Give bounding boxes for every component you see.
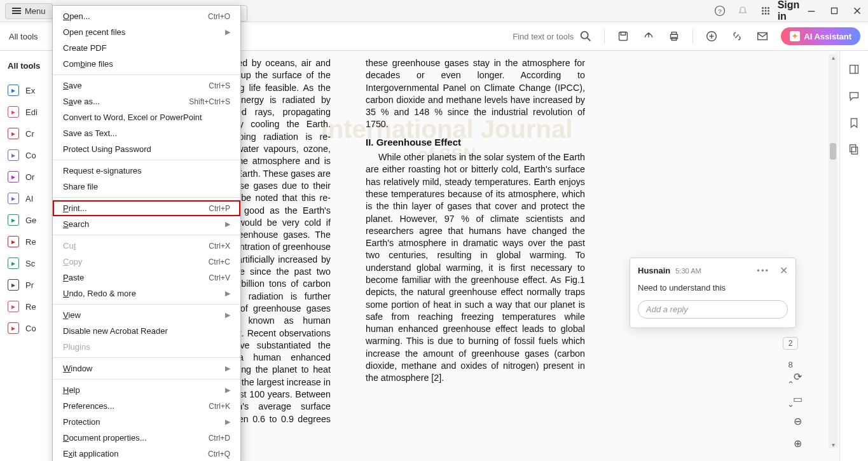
menu-item-save-as-text-[interactable]: Save as Text...: [53, 125, 240, 141]
sidebar-item-6[interactable]: ▸Ge: [0, 209, 53, 231]
menu-item-window[interactable]: Window▶: [53, 361, 240, 376]
menu-item-save[interactable]: SaveCtrl+S: [53, 78, 240, 93]
menu-item-view[interactable]: View▶: [53, 307, 240, 323]
scroll-down-icon[interactable]: ▾: [829, 441, 837, 448]
sidebar-item-label: Sc: [25, 259, 35, 268]
comment-body: Need to understand this: [638, 283, 788, 292]
sidebar-item-2[interactable]: ▸Cr: [0, 123, 53, 144]
menu-item-shortcut: Ctrl+Q: [208, 450, 230, 458]
doc-column-2: these greenhouse gases stay in the atmos…: [366, 57, 585, 455]
save-icon[interactable]: [616, 29, 630, 43]
menu-item-paste[interactable]: PasteCtrl+V: [53, 270, 240, 286]
menu-item-shortcut: Ctrl+K: [209, 402, 230, 411]
upload-icon[interactable]: [642, 29, 656, 43]
rotate-icon[interactable]: ⟳: [794, 371, 802, 383]
svg-point-3: [765, 7, 767, 9]
menu-item-convert-to-word-excel-or-powerpoint[interactable]: Convert to Word, Excel or PowerPoint: [53, 109, 240, 125]
menu-item-document-properties-[interactable]: Document properties...Ctrl+D: [53, 430, 240, 446]
svg-rect-18: [621, 32, 626, 36]
svg-rect-12: [832, 8, 837, 14]
mail-icon[interactable]: [755, 29, 769, 43]
svg-rect-26: [850, 65, 858, 74]
menu-item-preferences-[interactable]: Preferences...Ctrl+K: [53, 398, 240, 414]
menu-item-open-[interactable]: Open...Ctrl+O: [53, 8, 240, 24]
sidebar-item-label: Co: [25, 324, 36, 333]
submenu-arrow-icon: ▶: [225, 311, 230, 319]
sidebar-item-10[interactable]: ▸Re: [0, 296, 53, 317]
minimize-icon[interactable]: [806, 5, 817, 17]
rail-comment-icon[interactable]: [847, 89, 861, 103]
scroll-thumb[interactable]: [830, 143, 836, 160]
zoom-out-icon[interactable]: ⊖: [794, 415, 802, 427]
sidebar-item-11[interactable]: ▸Co: [0, 317, 53, 339]
menu-item-request-e-signatures[interactable]: Request e-signatures: [53, 163, 240, 179]
menu-item-label: Save as Text...: [63, 128, 230, 138]
svg-point-9: [765, 13, 767, 15]
sidebar-item-icon: ▸: [8, 193, 19, 204]
sidebar-item-1[interactable]: ▸Edi: [0, 101, 53, 123]
scrollbar[interactable]: ▴ ▾: [829, 54, 837, 448]
ai-assistant-button[interactable]: ✦ AI Assistant: [781, 27, 860, 45]
menu-item-combine-files[interactable]: Combine files: [53, 56, 240, 72]
menu-item-open-recent-files[interactable]: Open recent files▶: [53, 24, 240, 40]
comment-add-icon[interactable]: [705, 29, 719, 43]
menu-item-protect-using-password[interactable]: Protect Using Password: [53, 141, 240, 157]
rail-copy-icon[interactable]: [847, 142, 861, 156]
menu-item-help[interactable]: Help▶: [53, 382, 240, 398]
menu-item-shortcut: Ctrl+V: [209, 273, 230, 282]
menu-item-label: Open recent files: [63, 27, 225, 37]
menu-item-protection[interactable]: Protection▶: [53, 414, 240, 430]
sparkle-icon: ✦: [790, 31, 800, 41]
link-icon[interactable]: [730, 29, 744, 43]
menu-item-save-as-[interactable]: Save as...Shift+Ctrl+S: [53, 93, 240, 109]
sidebar-item-4[interactable]: ▸Or: [0, 166, 53, 188]
menu-item-create-pdf[interactable]: Create PDF: [53, 40, 240, 56]
submenu-arrow-icon: ▶: [225, 418, 230, 426]
menu-item-share-file[interactable]: Share file: [53, 179, 240, 195]
menu-item-label: Search: [63, 219, 225, 229]
signin-link[interactable]: Sign in: [783, 5, 794, 17]
comment-close-icon[interactable]: ✕: [780, 265, 788, 277]
sidebar-item-0[interactable]: ▸Ex: [0, 79, 53, 101]
sidebar-item-5[interactable]: ▸AI: [0, 188, 53, 209]
maximize-icon[interactable]: [829, 5, 840, 17]
svg-point-5: [762, 10, 764, 12]
svg-point-2: [762, 7, 764, 9]
zoom-in-icon[interactable]: ⊕: [794, 437, 802, 450]
sidebar-item-9[interactable]: ▸Pr: [0, 274, 53, 296]
menu-item-undo-redo-more[interactable]: Undo, Redo & more▶: [53, 286, 240, 301]
sidebar-item-icon: ▸: [8, 322, 19, 334]
help-icon[interactable]: ?: [714, 5, 726, 17]
comment-more-icon[interactable]: •••: [757, 266, 769, 275]
menu-item-exit-application[interactable]: Exit applicationCtrl+Q: [53, 446, 240, 461]
page-current[interactable]: 2: [783, 337, 799, 350]
scroll-up-icon[interactable]: ▴: [829, 54, 837, 61]
menu-item-search[interactable]: Search▶: [53, 216, 240, 232]
sidebar-item-icon: ▸: [8, 128, 19, 139]
bell-icon[interactable]: [737, 5, 748, 17]
svg-text:?: ?: [718, 8, 722, 15]
search-input[interactable]: Find text or tools: [513, 29, 593, 43]
menu-item-print-[interactable]: Print...Ctrl+P: [53, 200, 240, 216]
menu-item-label: Share file: [63, 182, 230, 191]
page-total: 8: [788, 360, 792, 369]
tab-all-tools[interactable]: All tools: [8, 28, 39, 45]
comment-reply-input[interactable]: Add a reply: [638, 300, 788, 319]
fit-icon[interactable]: ▭: [793, 393, 803, 405]
sidebar-item-7[interactable]: ▸Re: [0, 231, 53, 252]
rail-bookmark-icon[interactable]: [847, 116, 861, 130]
menu-label: Menu: [25, 6, 46, 16]
apps-icon[interactable]: [760, 5, 771, 17]
menu-item-disable-new-acrobat-reader[interactable]: Disable new Acrobat Reader: [53, 323, 240, 339]
close-icon[interactable]: [851, 5, 863, 17]
submenu-arrow-icon: ▶: [225, 289, 230, 298]
svg-point-6: [765, 10, 767, 12]
menu-item-label: Protect Using Password: [63, 144, 230, 154]
menu-button[interactable]: Menu: [5, 3, 53, 19]
sidebar-item-3[interactable]: ▸Co: [0, 144, 53, 166]
rail-panel-icon[interactable]: [847, 62, 861, 76]
menu-item-label: Exit application: [63, 449, 208, 458]
print-icon[interactable]: [667, 29, 681, 43]
sidebar-item-8[interactable]: ▸Sc: [0, 252, 53, 274]
sidebar-item-icon: ▸: [8, 236, 19, 247]
